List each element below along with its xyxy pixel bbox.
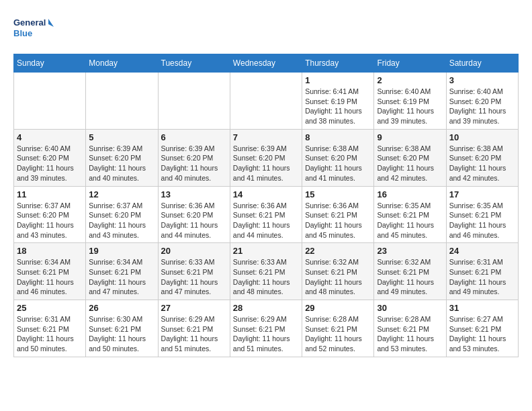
day-info: Sunrise: 6:30 AM Sunset: 6:21 PM Dayligh… (89, 314, 154, 354)
day-info: Sunrise: 6:39 AM Sunset: 6:20 PM Dayligh… (161, 144, 227, 183)
day-info: Sunrise: 6:29 AM Sunset: 6:21 PM Dayligh… (233, 314, 299, 354)
calendar-cell: 11Sunrise: 6:37 AM Sunset: 6:20 PM Dayli… (14, 186, 86, 243)
calendar-cell: 22Sunrise: 6:32 AM Sunset: 6:21 PM Dayli… (302, 243, 374, 300)
weekday-header-wednesday: Wednesday (230, 54, 302, 73)
day-info: Sunrise: 6:35 AM Sunset: 6:21 PM Dayligh… (377, 201, 443, 240)
page-header: General Blue (13, 13, 519, 43)
day-number: 18 (17, 246, 83, 256)
day-info: Sunrise: 6:33 AM Sunset: 6:21 PM Dayligh… (233, 257, 299, 297)
day-info: Sunrise: 6:41 AM Sunset: 6:19 PM Dayligh… (305, 87, 371, 126)
calendar-cell: 29Sunrise: 6:28 AM Sunset: 6:21 PM Dayli… (302, 300, 374, 357)
day-info: Sunrise: 6:38 AM Sunset: 6:20 PM Dayligh… (305, 144, 371, 183)
day-number: 6 (161, 132, 227, 142)
day-number: 19 (89, 246, 154, 256)
day-number: 26 (89, 303, 154, 313)
calendar-table: SundayMondayTuesdayWednesdayThursdayFrid… (13, 54, 519, 357)
logo-svg: General Blue (13, 13, 54, 43)
day-number: 13 (161, 189, 227, 199)
calendar-cell: 4Sunrise: 6:40 AM Sunset: 6:20 PM Daylig… (14, 129, 86, 186)
calendar-cell (86, 73, 158, 130)
calendar-week-1: 1Sunrise: 6:41 AM Sunset: 6:19 PM Daylig… (14, 73, 519, 130)
calendar-cell: 23Sunrise: 6:32 AM Sunset: 6:21 PM Dayli… (374, 243, 446, 300)
calendar-cell: 30Sunrise: 6:28 AM Sunset: 6:21 PM Dayli… (374, 300, 446, 357)
calendar-cell: 15Sunrise: 6:36 AM Sunset: 6:21 PM Dayli… (302, 186, 374, 243)
calendar-cell: 25Sunrise: 6:31 AM Sunset: 6:21 PM Dayli… (14, 300, 86, 357)
day-info: Sunrise: 6:28 AM Sunset: 6:21 PM Dayligh… (305, 314, 371, 354)
calendar-week-2: 4Sunrise: 6:40 AM Sunset: 6:20 PM Daylig… (14, 129, 519, 186)
calendar-cell: 1Sunrise: 6:41 AM Sunset: 6:19 PM Daylig… (302, 73, 374, 130)
day-info: Sunrise: 6:39 AM Sunset: 6:20 PM Dayligh… (89, 144, 154, 183)
day-info: Sunrise: 6:32 AM Sunset: 6:21 PM Dayligh… (377, 257, 443, 297)
day-number: 9 (377, 132, 443, 142)
day-number: 1 (305, 75, 371, 85)
calendar-cell: 2Sunrise: 6:40 AM Sunset: 6:19 PM Daylig… (374, 73, 446, 130)
calendar-cell: 7Sunrise: 6:39 AM Sunset: 6:20 PM Daylig… (230, 129, 302, 186)
day-info: Sunrise: 6:29 AM Sunset: 6:21 PM Dayligh… (161, 314, 227, 354)
day-number: 31 (449, 303, 515, 313)
weekday-header-sunday: Sunday (14, 54, 86, 73)
day-info: Sunrise: 6:35 AM Sunset: 6:21 PM Dayligh… (449, 201, 515, 240)
calendar-cell: 20Sunrise: 6:33 AM Sunset: 6:21 PM Dayli… (158, 243, 230, 300)
day-info: Sunrise: 6:31 AM Sunset: 6:21 PM Dayligh… (17, 314, 83, 354)
calendar-cell: 10Sunrise: 6:38 AM Sunset: 6:20 PM Dayli… (446, 129, 518, 186)
calendar-cell: 13Sunrise: 6:36 AM Sunset: 6:20 PM Dayli… (158, 186, 230, 243)
day-number: 28 (233, 303, 299, 313)
weekday-header-monday: Monday (86, 54, 158, 73)
calendar-cell: 21Sunrise: 6:33 AM Sunset: 6:21 PM Dayli… (230, 243, 302, 300)
day-info: Sunrise: 6:36 AM Sunset: 6:21 PM Dayligh… (233, 201, 299, 240)
day-info: Sunrise: 6:39 AM Sunset: 6:20 PM Dayligh… (233, 144, 299, 183)
weekday-header-thursday: Thursday (302, 54, 374, 73)
svg-text:General: General (13, 17, 46, 28)
day-info: Sunrise: 6:40 AM Sunset: 6:19 PM Dayligh… (377, 87, 443, 126)
day-number: 30 (377, 303, 443, 313)
day-number: 15 (305, 189, 371, 199)
logo: General Blue (13, 13, 54, 43)
day-number: 10 (449, 132, 515, 142)
day-number: 3 (449, 75, 515, 85)
day-info: Sunrise: 6:38 AM Sunset: 6:20 PM Dayligh… (377, 144, 443, 183)
day-number: 27 (161, 303, 227, 313)
day-number: 20 (161, 246, 227, 256)
day-number: 24 (449, 246, 515, 256)
day-info: Sunrise: 6:36 AM Sunset: 6:20 PM Dayligh… (161, 201, 227, 240)
calendar-cell: 28Sunrise: 6:29 AM Sunset: 6:21 PM Dayli… (230, 300, 302, 357)
calendar-cell (158, 73, 230, 130)
calendar-cell: 24Sunrise: 6:31 AM Sunset: 6:21 PM Dayli… (446, 243, 518, 300)
day-info: Sunrise: 6:31 AM Sunset: 6:21 PM Dayligh… (449, 257, 515, 297)
day-number: 8 (305, 132, 371, 142)
calendar-week-5: 25Sunrise: 6:31 AM Sunset: 6:21 PM Dayli… (14, 300, 519, 357)
day-info: Sunrise: 6:33 AM Sunset: 6:21 PM Dayligh… (161, 257, 227, 297)
day-info: Sunrise: 6:38 AM Sunset: 6:20 PM Dayligh… (449, 144, 515, 183)
day-info: Sunrise: 6:37 AM Sunset: 6:20 PM Dayligh… (17, 201, 83, 240)
calendar-week-4: 18Sunrise: 6:34 AM Sunset: 6:21 PM Dayli… (14, 243, 519, 300)
day-info: Sunrise: 6:32 AM Sunset: 6:21 PM Dayligh… (305, 257, 371, 297)
day-number: 2 (377, 75, 443, 85)
day-number: 29 (305, 303, 371, 313)
weekday-header-saturday: Saturday (446, 54, 518, 73)
day-number: 11 (17, 189, 83, 199)
day-number: 22 (305, 246, 371, 256)
calendar-cell: 5Sunrise: 6:39 AM Sunset: 6:20 PM Daylig… (86, 129, 158, 186)
day-number: 17 (449, 189, 515, 199)
day-number: 7 (233, 132, 299, 142)
svg-marker-2 (48, 19, 54, 27)
day-info: Sunrise: 6:40 AM Sunset: 6:20 PM Dayligh… (17, 144, 83, 183)
calendar-cell: 9Sunrise: 6:38 AM Sunset: 6:20 PM Daylig… (374, 129, 446, 186)
calendar-cell: 27Sunrise: 6:29 AM Sunset: 6:21 PM Dayli… (158, 300, 230, 357)
day-info: Sunrise: 6:34 AM Sunset: 6:21 PM Dayligh… (89, 257, 154, 297)
calendar-week-3: 11Sunrise: 6:37 AM Sunset: 6:20 PM Dayli… (14, 186, 519, 243)
day-number: 5 (89, 132, 154, 142)
calendar-cell: 3Sunrise: 6:40 AM Sunset: 6:20 PM Daylig… (446, 73, 518, 130)
svg-text:Blue: Blue (13, 28, 32, 38)
weekday-header-row: SundayMondayTuesdayWednesdayThursdayFrid… (14, 54, 519, 73)
day-number: 16 (377, 189, 443, 199)
day-number: 14 (233, 189, 299, 199)
calendar-cell (14, 73, 86, 130)
day-number: 23 (377, 246, 443, 256)
day-info: Sunrise: 6:36 AM Sunset: 6:21 PM Dayligh… (305, 201, 371, 240)
calendar-cell: 16Sunrise: 6:35 AM Sunset: 6:21 PM Dayli… (374, 186, 446, 243)
calendar-cell: 26Sunrise: 6:30 AM Sunset: 6:21 PM Dayli… (86, 300, 158, 357)
weekday-header-friday: Friday (374, 54, 446, 73)
calendar-cell: 12Sunrise: 6:37 AM Sunset: 6:20 PM Dayli… (86, 186, 158, 243)
calendar-cell: 6Sunrise: 6:39 AM Sunset: 6:20 PM Daylig… (158, 129, 230, 186)
